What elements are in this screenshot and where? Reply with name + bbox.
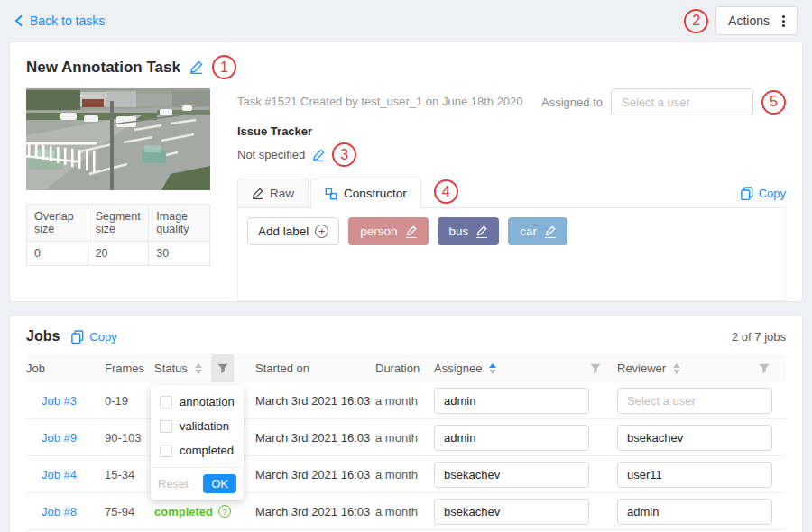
reviewer-select[interactable] xyxy=(617,425,772,451)
build-blocks-icon xyxy=(325,188,337,200)
job-3-link[interactable]: Job #3 xyxy=(26,394,77,408)
job-8-link[interactable]: Job #8 xyxy=(26,505,77,518)
callout-4: 4 xyxy=(434,179,458,204)
callout-2: 2 xyxy=(684,9,708,33)
edit-task-name-icon[interactable] xyxy=(189,60,203,74)
col-duration: Duration xyxy=(375,362,420,375)
callout-1: 1 xyxy=(212,55,236,79)
job-row: Job #4 15-34 March 3rd 2021 16:03 a mont… xyxy=(26,456,786,493)
param-header-quality: Image quality xyxy=(149,205,210,242)
label-constructor-pane: Add label + person bus car xyxy=(237,208,786,301)
param-header-overlap: Overlap size xyxy=(27,205,88,242)
status-sorter-icon[interactable] xyxy=(195,363,202,374)
job-started: March 3rd 2021 16:03 xyxy=(255,394,375,408)
filter-reset-button[interactable]: Reset xyxy=(158,477,189,491)
checkbox-icon[interactable] xyxy=(160,396,172,408)
col-started-on: Started on xyxy=(255,362,309,375)
job-status: completed xyxy=(154,505,213,518)
assigned-to-select[interactable] xyxy=(611,88,753,115)
reviewer-select[interactable] xyxy=(617,499,772,525)
task-meta-text: Task #1521 Created by test_user_1 on Jun… xyxy=(237,88,523,108)
label-chip-bus-name: bus xyxy=(449,225,469,238)
reviewer-select[interactable] xyxy=(617,388,772,414)
more-vertical-icon xyxy=(782,15,785,27)
job-frames: 0-19 xyxy=(105,394,154,408)
task-parameters-table: Overlap size Segment size Image quality … xyxy=(26,204,210,266)
col-frames: Frames xyxy=(105,362,144,375)
labels-copy-link[interactable]: Copy xyxy=(741,187,786,200)
label-chip-person[interactable]: person xyxy=(348,217,428,245)
col-job: Job xyxy=(26,362,45,375)
filter-option-annotation[interactable]: annotation xyxy=(151,390,244,414)
job-duration: a month xyxy=(375,394,434,408)
jobs-card: Jobs Copy 2 of 7 jobs Job Frames Status … xyxy=(9,315,803,532)
status-help-icon[interactable]: ? xyxy=(218,505,231,518)
job-duration: a month xyxy=(375,468,434,482)
param-value-segment: 20 xyxy=(88,242,149,266)
tab-raw[interactable]: Raw xyxy=(237,179,309,207)
filter-option-completed[interactable]: completed xyxy=(151,438,244,463)
reviewer-select[interactable] xyxy=(617,462,772,488)
callout-5: 5 xyxy=(761,90,786,115)
assignee-select[interactable] xyxy=(434,388,589,414)
assignee-select[interactable] xyxy=(434,462,589,488)
filter-ok-button[interactable]: OK xyxy=(203,474,236,493)
top-bar: Back to tasks 2 Actions xyxy=(0,0,812,41)
labels-copy-label: Copy xyxy=(759,187,786,200)
job-frames: 75-94 xyxy=(105,505,154,518)
job-row: Job #8 75-94 completed ? March 3rd 2021 … xyxy=(26,493,786,530)
add-label-button[interactable]: Add label + xyxy=(247,217,339,245)
param-header-segment: Segment size xyxy=(88,205,149,242)
callout-3: 3 xyxy=(332,142,356,167)
job-4-link[interactable]: Job #4 xyxy=(26,468,77,482)
jobs-table: Job Frames Status Started on Duration As… xyxy=(26,354,786,530)
tab-raw-label: Raw xyxy=(270,187,294,200)
add-label-text: Add label xyxy=(258,225,309,238)
status-filter-icon[interactable] xyxy=(211,354,234,382)
assigned-to-label: Assigned to xyxy=(541,96,603,109)
job-started: March 3rd 2021 16:03 xyxy=(255,505,375,518)
job-started: March 3rd 2021 16:03 xyxy=(255,468,375,482)
job-duration: a month xyxy=(375,505,434,518)
assignee-sorter-icon[interactable] xyxy=(489,363,496,374)
back-to-tasks-label: Back to tasks xyxy=(30,14,105,28)
param-value-overlap: 0 xyxy=(27,242,88,266)
col-assignee[interactable]: Assignee xyxy=(434,362,617,375)
checkbox-icon[interactable] xyxy=(160,445,172,457)
task-preview-image xyxy=(26,88,210,190)
assignee-filter-icon[interactable] xyxy=(590,363,601,374)
actions-button[interactable]: Actions xyxy=(715,6,798,35)
job-frames: 90-103 xyxy=(105,431,154,445)
reviewer-sorter-icon[interactable] xyxy=(673,363,680,374)
reviewer-filter-icon[interactable] xyxy=(759,363,770,374)
checkbox-icon[interactable] xyxy=(160,420,172,433)
task-title: New Annotation Task xyxy=(26,59,180,77)
filter-option-validation[interactable]: validation xyxy=(151,414,244,438)
actions-label: Actions xyxy=(728,14,770,28)
label-chip-car[interactable]: car xyxy=(508,217,567,245)
edit-label-icon[interactable] xyxy=(406,225,417,238)
job-frames: 15-34 xyxy=(105,468,154,482)
task-details-card: New Annotation Task 1 xyxy=(9,41,803,302)
label-chip-person-name: person xyxy=(360,225,397,238)
col-reviewer[interactable]: Reviewer xyxy=(617,362,786,375)
tab-constructor[interactable]: Constructor xyxy=(310,179,421,207)
param-value-quality: 30 xyxy=(149,242,210,266)
assignee-select[interactable] xyxy=(434,425,589,451)
copy-icon xyxy=(71,330,84,344)
job-9-link[interactable]: Job #9 xyxy=(26,431,77,445)
plus-circle-icon: + xyxy=(315,225,328,238)
job-started: March 3rd 2021 16:03 xyxy=(255,431,375,445)
labels-tabs: Raw Constructor 4 Copy xyxy=(237,179,786,208)
pencil-icon xyxy=(252,188,263,199)
edit-label-icon[interactable] xyxy=(545,225,556,238)
issue-tracker-value: Not specified xyxy=(237,148,305,161)
chevron-left-icon xyxy=(14,14,23,27)
assignee-select[interactable] xyxy=(434,499,589,525)
jobs-copy-link[interactable]: Copy xyxy=(71,330,116,344)
label-chip-bus[interactable]: bus xyxy=(438,217,500,245)
col-status[interactable]: Status xyxy=(154,354,255,382)
edit-label-icon[interactable] xyxy=(476,225,487,238)
edit-issue-tracker-icon[interactable] xyxy=(312,149,325,161)
back-to-tasks-link[interactable]: Back to tasks xyxy=(14,14,105,28)
